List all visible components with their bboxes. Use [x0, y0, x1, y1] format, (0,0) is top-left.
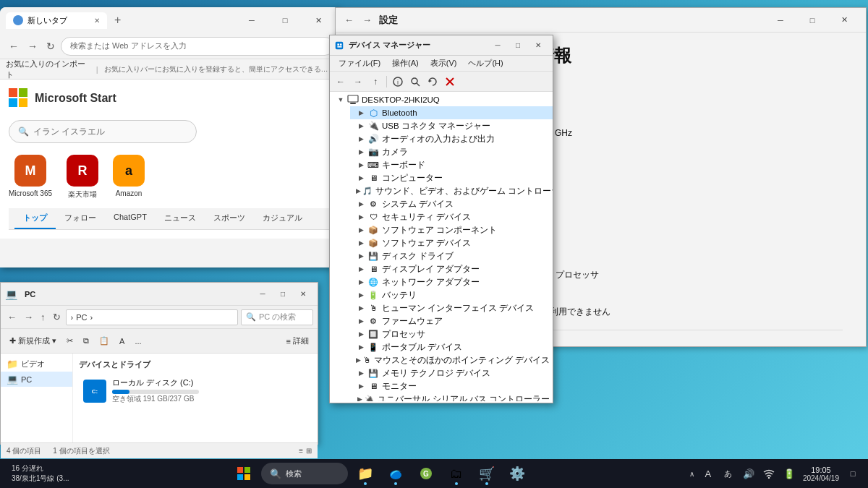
explorer-search[interactable]: 🔍 PC の検索 — [241, 309, 313, 325]
cut-btn[interactable]: ✂ — [62, 334, 77, 348]
toolbar-back-btn[interactable]: ← — [333, 74, 349, 90]
tree-item-processor[interactable]: ▶ 🔲 プロセッサ — [350, 328, 553, 341]
keyboard-expand[interactable]: ▶ — [356, 160, 366, 170]
display-expand[interactable]: ▶ — [356, 264, 366, 274]
tree-item-bluetooth[interactable]: ▶ ⬡ Bluetooth — [350, 106, 553, 119]
swdev-expand[interactable]: ▶ — [356, 238, 366, 248]
explorer-forward-btn[interactable]: → — [22, 310, 35, 324]
tree-item-audio[interactable]: ▶ 🔊 オーディオの入力および出力 — [350, 132, 553, 145]
camera-expand[interactable]: ▶ — [356, 147, 366, 157]
settings-nav-back[interactable]: ← — [341, 13, 357, 27]
paste-btn[interactable]: 📋 — [95, 334, 114, 348]
devmgr-minimize-btn[interactable]: ─ — [488, 38, 508, 53]
copy-btn[interactable]: ⧉ — [79, 334, 93, 348]
taskbar-green-btn[interactable]: G — [413, 461, 439, 487]
taskbar-edge-btn[interactable] — [383, 461, 409, 487]
tree-item-sound[interactable]: ▶ 🎵 サウンド、ビデオ、およびゲーム コントローラー — [350, 184, 553, 197]
tree-item-usb[interactable]: ▶ 🔌 USB コネクタ マネージャー — [350, 119, 553, 132]
tree-item-software-component[interactable]: ▶ 📦 ソフトウェア コンポーネント — [350, 223, 553, 236]
tree-item-keyboard[interactable]: ▶ ⌨ キーボード — [350, 158, 553, 171]
tray-wifi-icon[interactable] — [760, 463, 778, 484]
tray-ime[interactable]: あ — [719, 463, 738, 484]
usb-expand[interactable]: ▶ — [356, 121, 366, 131]
tray-battery-icon[interactable]: 🔋 — [780, 463, 799, 484]
bluetooth-expand[interactable]: ▶ — [356, 108, 366, 118]
more-btn[interactable]: ... — [130, 335, 145, 348]
app-icon-rakuten[interactable]: R 楽天市場 — [67, 155, 98, 200]
browser-back-btn[interactable]: ← — [6, 39, 22, 53]
devmgr-tree[interactable]: ▼ DESKTOP-2HKI2UQ ▶ ⬡ Bluetooth ▶ — [330, 92, 553, 401]
taskbar-search-box[interactable]: 🔍 検索 — [261, 463, 348, 484]
computer-expand[interactable]: ▶ — [356, 173, 366, 183]
sidebar-video[interactable]: 📁 ビデオ — [1, 356, 72, 372]
new-tab-btn[interactable]: + — [110, 14, 125, 27]
tray-input-mode[interactable]: A — [699, 463, 718, 484]
usbctrl-expand[interactable]: ▶ — [356, 394, 363, 401]
taskbar-file-explorer-btn[interactable]: 📁 — [352, 461, 378, 487]
ms-search-box[interactable]: 🔍 イラン イスラエル — [9, 120, 197, 143]
battery-expand[interactable]: ▶ — [356, 290, 366, 300]
taskbar-folder-btn[interactable]: 🗂 — [443, 461, 469, 487]
tree-item-security[interactable]: ▶ 🛡 セキュリティ デバイス — [350, 210, 553, 223]
memory-expand[interactable]: ▶ — [356, 368, 366, 378]
app-icon-m365[interactable]: M Microsoft 365 — [9, 155, 52, 200]
app-icon-amazon[interactable]: a Amazon — [113, 155, 145, 200]
browser-forward-btn[interactable]: → — [25, 39, 41, 53]
toolbar-up-btn[interactable]: ↑ — [367, 74, 383, 90]
taskbar-settings-btn[interactable]: ⚙️ — [504, 461, 530, 487]
monitor-expand[interactable]: ▶ — [356, 381, 366, 391]
taskbar-clock[interactable]: 19:05 2024/04/19 — [800, 466, 842, 482]
tab-follow[interactable]: フォロー — [56, 208, 105, 229]
explorer-refresh-btn[interactable]: ↻ — [51, 310, 63, 324]
sysdevice-expand[interactable]: ▶ — [356, 199, 366, 209]
train-notification[interactable]: 16 分遅れ 38/泉北1号線 (3... — [6, 463, 75, 484]
menu-help[interactable]: ヘルプ(H) — [462, 56, 509, 70]
menu-file[interactable]: ファイル(F) — [333, 56, 386, 70]
hid-expand[interactable]: ▶ — [356, 303, 366, 313]
processor-expand[interactable]: ▶ — [356, 329, 366, 339]
tree-item-disk[interactable]: ▶ 💾 ディスク ドライブ — [350, 249, 553, 262]
taskbar-store-btn[interactable]: 🛒 — [474, 461, 500, 487]
browser-maximize-btn[interactable]: □ — [269, 9, 301, 31]
details-btn[interactable]: ≡ 詳細 — [282, 333, 313, 348]
explorer-address-bar[interactable]: › PC › — [66, 309, 239, 325]
toolbar-properties-btn[interactable]: i — [390, 74, 406, 90]
portable-expand[interactable]: ▶ — [356, 342, 366, 352]
settings-maximize-btn[interactable]: □ — [796, 10, 828, 30]
toolbar-remove-btn[interactable] — [442, 74, 458, 90]
tree-root-expand[interactable]: ▼ — [336, 95, 346, 105]
browser-tab-active[interactable]: 新しいタブ ✕ — [6, 12, 107, 29]
mouse-expand[interactable]: ▶ — [356, 355, 362, 365]
explorer-maximize-btn[interactable]: □ — [273, 286, 293, 303]
tray-volume-icon[interactable]: 🔊 — [739, 463, 758, 484]
new-btn[interactable]: ✚ 新規作成 ▾ — [5, 333, 61, 348]
tree-item-camera[interactable]: ▶ 📷 カメラ — [350, 145, 553, 158]
browser-refresh-btn[interactable]: ↻ — [43, 39, 58, 53]
network-expand[interactable]: ▶ — [356, 277, 366, 287]
tree-item-battery[interactable]: ▶ 🔋 バッテリ — [350, 288, 553, 301]
explorer-minimize-btn[interactable]: ─ — [252, 286, 273, 303]
tab-sports[interactable]: スポーツ — [205, 208, 254, 229]
tree-item-memory[interactable]: ▶ 💾 メモリ テクノロジ デバイス — [350, 367, 553, 380]
swcomp-expand[interactable]: ▶ — [356, 225, 366, 235]
tree-item-mouse[interactable]: ▶ 🖱 マウスとそのほかのポインティング デバイス — [350, 354, 553, 367]
tree-item-monitor[interactable]: ▶ 🖥 モニター — [350, 380, 553, 393]
tree-item-network[interactable]: ▶ 🌐 ネットワーク アダプター — [350, 275, 553, 288]
tree-item-computer[interactable]: ▶ 🖥 コンピューター — [350, 171, 553, 184]
tab-chatgpt[interactable]: ChatGPT — [105, 208, 156, 229]
tree-item-usb-controller[interactable]: ▶ 🔌 ユニバーサル シリアル バス コントローラー — [350, 393, 553, 401]
tab-casual[interactable]: カジュアル — [254, 208, 311, 229]
tree-item-hid[interactable]: ▶ 🖱 ヒューマン インターフェイス デバイス — [350, 301, 553, 314]
settings-minimize-btn[interactable]: ─ — [765, 10, 796, 30]
menu-view[interactable]: 表示(V) — [425, 56, 463, 70]
tree-item-portable[interactable]: ▶ 📱 ポータブル デバイス — [350, 341, 553, 354]
list-view-btn[interactable]: ≡ — [299, 447, 303, 455]
grid-view-btn[interactable]: ⊞ — [306, 447, 312, 455]
favorites-import[interactable]: お気に入りのインポート — [6, 59, 90, 80]
explorer-close-btn[interactable]: ✕ — [293, 286, 313, 303]
firmware-expand[interactable]: ▶ — [356, 316, 366, 326]
settings-nav-forward[interactable]: → — [359, 13, 375, 27]
devmgr-close-btn[interactable]: ✕ — [528, 38, 548, 53]
drive-c[interactable]: C: ローカル ディスク (C:) 空き領域 191 GB/237 GB — [79, 374, 312, 407]
settings-close-btn[interactable]: ✕ — [828, 10, 860, 30]
